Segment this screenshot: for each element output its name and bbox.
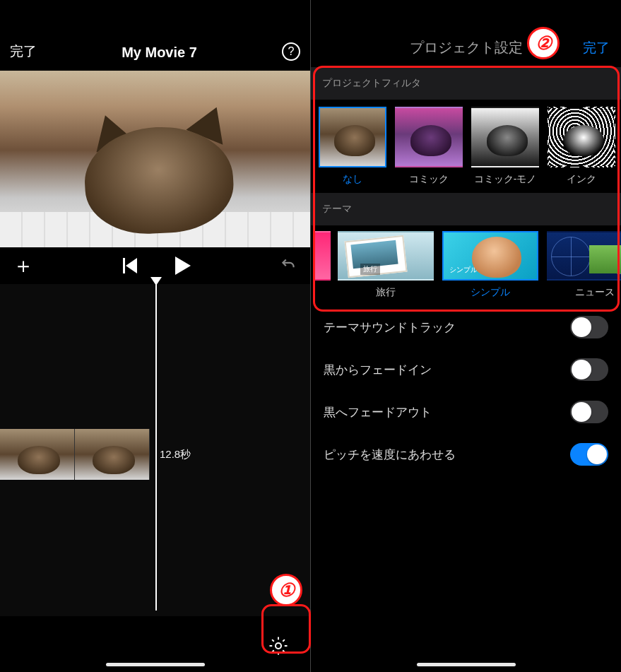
filter-item-ink[interactable]: インク xyxy=(547,107,616,186)
editor-header: 完了 My Movie 7 ? xyxy=(0,0,310,71)
toggle-fade-out[interactable] xyxy=(570,401,608,423)
theme-label: ニュース xyxy=(575,286,615,299)
project-settings-pane: プロジェクト設定 完了 プロジェクトフィルタ なし コミック コミック-モノ イ… xyxy=(310,0,621,672)
clip-row: 12.8秒 xyxy=(0,429,191,480)
theme-item-simple[interactable]: シンプル シンプル xyxy=(441,231,540,299)
section-header-theme: テーマ xyxy=(311,193,621,225)
filter-thumb xyxy=(471,107,539,167)
setting-label: 黒へフェードアウト xyxy=(324,404,432,420)
setting-label: ピッチを速度にあわせる xyxy=(324,447,456,463)
filter-item-none[interactable]: なし xyxy=(318,107,387,186)
svg-line-7 xyxy=(272,650,274,652)
theme-label: 旅行 xyxy=(376,286,396,299)
theme-thumb: 旅行 xyxy=(338,231,434,281)
done-button-right[interactable]: 完了 xyxy=(583,39,610,57)
filter-label: コミック-モノ xyxy=(474,173,537,186)
svg-line-8 xyxy=(283,639,285,642)
settings-title: プロジェクト設定 xyxy=(410,38,523,57)
editor-pane: 完了 My Movie 7 ? ＋ xyxy=(0,0,310,672)
toggle-pitch-speed[interactable] xyxy=(570,443,608,466)
go-to-start-button[interactable] xyxy=(123,258,137,273)
setting-row-fade-in: 黒からフェードイン xyxy=(311,348,621,391)
setting-label: 黒からフェードイン xyxy=(324,362,432,378)
svg-line-6 xyxy=(283,650,285,652)
clip-duration-label: 12.8秒 xyxy=(160,448,191,461)
filter-label: コミック xyxy=(409,173,449,186)
toggle-theme-soundtrack[interactable] xyxy=(570,316,608,338)
toggle-fade-in[interactable] xyxy=(570,358,608,381)
clip-thumb[interactable] xyxy=(75,429,150,480)
editor-bottombar xyxy=(0,623,310,672)
setting-row-fade-out: 黒へフェードアウト xyxy=(311,391,621,433)
home-indicator[interactable] xyxy=(106,663,205,666)
settings-list: テーマサウンドトラック 黒からフェードイン 黒へフェードアウト ピッチを速度にあ… xyxy=(311,306,621,476)
filter-label: インク xyxy=(567,173,596,186)
filter-thumb xyxy=(548,107,615,167)
theme-strip[interactable]: 旅行 旅行 シンプル シンプル ニュース ニュース xyxy=(311,225,621,299)
add-media-button[interactable]: ＋ xyxy=(13,252,34,281)
filter-item-comic-mono[interactable]: コミック-モノ xyxy=(471,107,540,186)
play-button[interactable] xyxy=(175,257,191,275)
theme-thumb: ニュース xyxy=(547,231,621,281)
undo-button[interactable] xyxy=(279,255,297,276)
svg-line-5 xyxy=(272,639,274,642)
svg-point-0 xyxy=(276,643,281,649)
filter-thumb xyxy=(395,107,463,167)
clip-thumb[interactable] xyxy=(0,429,75,480)
video-preview[interactable] xyxy=(0,71,310,247)
theme-item-news[interactable]: ニュース ニュース xyxy=(545,231,621,299)
filter-label: なし xyxy=(343,173,362,186)
settings-gear-icon[interactable] xyxy=(268,635,289,659)
home-indicator[interactable] xyxy=(417,663,516,666)
setting-row-theme-soundtrack: テーマサウンドトラック xyxy=(311,306,621,348)
theme-thumb: シンプル xyxy=(442,231,538,281)
done-button-left[interactable]: 完了 xyxy=(10,42,37,61)
settings-header: プロジェクト設定 完了 xyxy=(311,0,621,67)
filter-item-comic[interactable]: コミック xyxy=(394,107,463,186)
theme-item-travel[interactable]: 旅行 旅行 xyxy=(336,231,435,299)
setting-label: テーマサウンドトラック xyxy=(324,319,456,336)
theme-label: シンプル xyxy=(471,286,510,299)
filter-thumb xyxy=(319,107,386,167)
theme-item-prev[interactable] xyxy=(314,231,331,299)
project-title: My Movie 7 xyxy=(122,45,197,61)
section-header-filter: プロジェクトフィルタ xyxy=(311,67,621,100)
timeline[interactable]: 12.8秒 xyxy=(0,284,310,616)
theme-thumb xyxy=(314,231,331,281)
filter-strip[interactable]: なし コミック コミック-モノ インク xyxy=(311,100,621,186)
setting-row-pitch-speed: ピッチを速度にあわせる xyxy=(311,433,621,476)
help-button[interactable]: ? xyxy=(282,42,300,61)
